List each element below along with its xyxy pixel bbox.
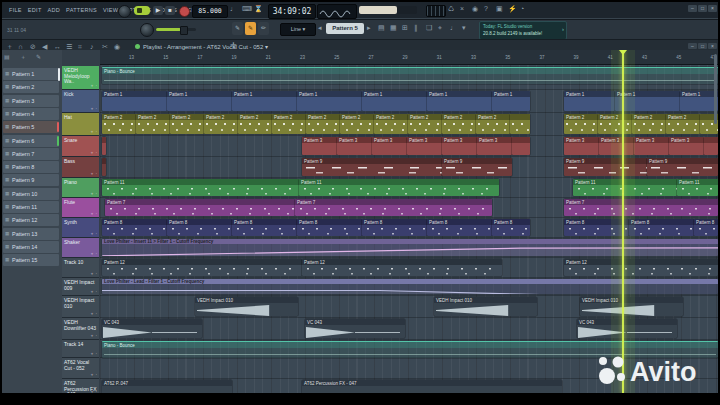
track-add-button[interactable]: ＋ · (90, 351, 97, 356)
master-pitch-knob[interactable] (140, 23, 154, 37)
split-icon[interactable]: ∥ (414, 23, 418, 33)
pattern-prev-arrow[interactable]: ◂ (318, 23, 322, 33)
track-header[interactable]: Synth＋ · (62, 218, 99, 238)
pattern-clip[interactable] (512, 137, 530, 155)
pattern-clip[interactable]: Pattern 2 (238, 114, 272, 134)
track-add-button[interactable]: ＋ · (90, 251, 97, 256)
track-header[interactable]: Track 10＋ · (62, 258, 99, 278)
pattern-clip[interactable]: Pattern 1 (680, 91, 718, 111)
pattern-clip[interactable]: Pattern 2 (340, 114, 374, 134)
menu-item-patterns[interactable]: PATTERNS (63, 2, 100, 13)
pattern-clip[interactable]: Pattern 8 (167, 219, 232, 236)
audio-clip[interactable]: AT62 P..047 (102, 380, 232, 393)
pattern-list-item[interactable]: ▦Pattern 9 (3, 174, 59, 186)
pattern-clip[interactable]: Pattern 9 (647, 158, 718, 176)
recycle-icon[interactable]: ♺ (448, 4, 454, 14)
pattern-rename-icon[interactable]: ✎ (36, 52, 41, 62)
pattern-clip[interactable]: Pattern 2 (374, 114, 408, 134)
pattern-clip[interactable]: Pattern 11 (299, 179, 499, 196)
pattern-clip[interactable]: Pattern 1 (362, 91, 427, 111)
record-button[interactable] (179, 6, 190, 17)
pattern-clip[interactable]: Pattern 2 (476, 114, 510, 134)
pattern-list-item[interactable]: ▦Pattern 4 (3, 108, 59, 120)
pattern-selector[interactable]: Pattern 5 (326, 23, 364, 34)
snap-selector[interactable]: Line ▾ (280, 23, 316, 36)
clone-icon[interactable]: ❏ (426, 23, 432, 33)
pattern-clip[interactable]: Pattern 3 (442, 137, 477, 155)
track-header[interactable]: Shaker＋ · (62, 238, 99, 258)
pattern-clip[interactable]: Pattern 2 (306, 114, 340, 134)
maximize-button[interactable]: □ (698, 5, 707, 12)
pattern-list-item[interactable]: ▦Pattern 6 (3, 135, 59, 147)
more-icon[interactable]: ▾ (462, 23, 466, 33)
pattern-clip[interactable]: Pattern 2 (170, 114, 204, 134)
time-display[interactable]: 34:09:02 (268, 4, 316, 19)
pattern-clip[interactable]: Pattern 1 (564, 91, 615, 111)
target-icon[interactable]: ⌖ (438, 23, 442, 33)
pattern-list-item[interactable]: ▦Pattern 13 (3, 228, 59, 240)
track-add-button[interactable]: ＋ · (90, 311, 97, 316)
audio-clip[interactable]: AT62 Percussion FX - 047 (302, 380, 562, 393)
plugin-icon[interactable]: ⚡ (508, 4, 517, 14)
pattern-clip[interactable] (510, 114, 530, 134)
audio-clip[interactable]: VEDH Impact 010 (434, 297, 537, 316)
pattern-clip[interactable]: Pattern 3 (337, 137, 372, 155)
pattern-clip[interactable]: Pattern 1 (427, 91, 492, 111)
pattern-clip[interactable]: Pattern 11 (677, 179, 718, 196)
pattern-list-item[interactable]: ▦Pattern 8 (3, 161, 59, 173)
pattern-next-arrow[interactable]: ▸ (367, 23, 371, 33)
pattern-clip[interactable]: Pattern 7 (295, 199, 492, 216)
pattern-clip[interactable] (102, 158, 106, 176)
pattern-clip[interactable]: Pattern 3 (407, 137, 442, 155)
pattern-list-item[interactable]: ▦Pattern 2 (3, 81, 59, 93)
pattern-clip[interactable] (704, 137, 718, 155)
track-add-button[interactable]: ＋ · (90, 191, 97, 196)
pattern-clip[interactable]: Pattern 8 (427, 219, 492, 236)
menu-item-edit[interactable]: EDIT (25, 2, 45, 13)
song-progress-bar[interactable] (359, 6, 417, 14)
clock-icon[interactable]: ◔ (520, 4, 524, 14)
pattern-clip[interactable]: Pattern 1 (297, 91, 362, 111)
track-add-button[interactable]: ＋ · (90, 211, 97, 216)
update-notification[interactable]: Today: FL Studio version 20.8.2 build 21… (479, 21, 567, 40)
brush-tool-button[interactable]: ✏ (258, 22, 269, 35)
pattern-list-item[interactable]: ▦Pattern 15 (3, 254, 59, 266)
pattern-clip[interactable]: Pattern 8 (492, 219, 530, 236)
volume-slider[interactable] (156, 28, 196, 31)
pattern-list-item[interactable]: ▦Pattern 12 (3, 214, 59, 226)
audio-clip[interactable]: VEDH Impact 010 (195, 297, 298, 316)
pattern-clip[interactable]: Pattern 12 (564, 259, 718, 276)
track-header[interactable]: Hat＋ · (62, 113, 99, 136)
pattern-clip[interactable]: Pattern 1 (102, 91, 167, 111)
play-button[interactable]: ▶ (153, 6, 163, 15)
pattern-clip[interactable]: Pattern 12 (302, 259, 502, 276)
pattern-clip[interactable]: Pattern 9 (302, 158, 442, 176)
track-header[interactable]: Kick＋ · (62, 90, 99, 113)
audio-clip[interactable]: VC 043 (102, 319, 202, 338)
pattern-clip[interactable]: Pattern 1 (232, 91, 297, 111)
menu-item-file[interactable]: FILE (6, 2, 25, 13)
metronome-icon[interactable]: ♩ (230, 4, 237, 14)
pattern-list-item[interactable]: ▦Pattern 10 (3, 188, 59, 200)
pattern-clip[interactable]: Pattern 7 (105, 199, 295, 216)
main-volume-knob[interactable] (118, 5, 131, 18)
pattern-clip[interactable]: Pattern 8 (102, 219, 167, 236)
pattern-clip[interactable]: Pattern 3 (564, 137, 599, 155)
pattern-clip[interactable]: Pattern 2 (272, 114, 306, 134)
notification-chevron-icon[interactable]: › (562, 26, 564, 32)
audio-clip[interactable]: VC 043 (305, 319, 405, 338)
track-add-button[interactable]: ＋ · (90, 231, 97, 236)
pattern-add-icon[interactable]: ＋ (20, 52, 26, 62)
pattern-clip[interactable]: Pattern 2 (666, 114, 700, 134)
help-icon[interactable]: ? (484, 4, 488, 14)
track-add-button[interactable]: ＋ · (90, 171, 97, 176)
pattern-clip[interactable]: Pattern 1 (167, 91, 232, 111)
pattern-list-item[interactable]: ▦Pattern 14 (3, 241, 59, 253)
track-header[interactable]: AT62 Vocal Cut - 052＋ · (62, 358, 99, 379)
pattern-clip[interactable]: Pattern 2 (102, 114, 136, 134)
track-add-button[interactable]: ＋ · (90, 83, 97, 88)
playlist-grid[interactable]: 131517192123252729313335373941434547 Pia… (100, 50, 718, 393)
pattern-clip[interactable]: Pattern 3 (302, 137, 337, 155)
pattern-clip[interactable] (102, 137, 106, 155)
pattern-clip[interactable]: Pattern 2 (204, 114, 238, 134)
